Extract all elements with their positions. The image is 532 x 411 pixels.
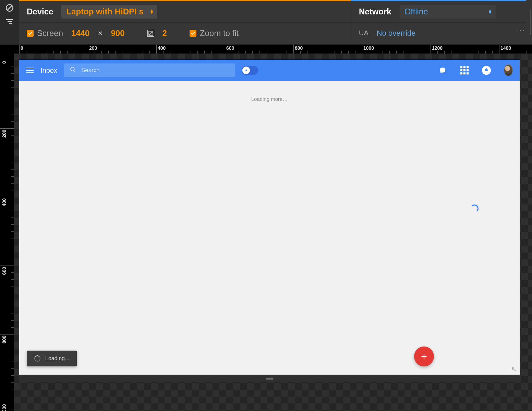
screen-height[interactable]: 900 xyxy=(111,28,124,38)
screen-checkbox[interactable] xyxy=(27,30,34,37)
horizontal-ruler: 0200400600800100012001400 xyxy=(14,45,532,54)
compose-fab[interactable]: + xyxy=(414,347,434,366)
ua-label: UA xyxy=(359,29,368,37)
svg-rect-3 xyxy=(8,21,12,22)
panel-drag-handle[interactable] xyxy=(526,0,532,44)
filter-icon[interactable] xyxy=(5,19,14,25)
device-viewport: Inbox xyxy=(14,54,532,411)
ua-value[interactable]: No override xyxy=(377,29,416,38)
ruler-tick-label: 600 xyxy=(226,45,234,51)
loading-more-label: Loading more… xyxy=(19,81,520,102)
dpr-icon[interactable] xyxy=(147,30,154,37)
select-arrows-icon: ▲▼ xyxy=(150,9,154,14)
vertical-ruler: 02004006008001000 xyxy=(0,45,14,411)
x-separator: × xyxy=(98,28,102,38)
loading-toast: Loading... xyxy=(27,351,77,366)
emulated-page: Inbox xyxy=(19,60,520,375)
spinner-icon xyxy=(34,355,40,362)
zoom-label: Zoom to fit xyxy=(200,28,239,38)
pin-icon xyxy=(242,67,250,74)
apps-icon[interactable] xyxy=(460,66,469,75)
inbox-body: Loading more… Loading... + ↖ xyxy=(19,81,520,375)
no-entry-icon[interactable] xyxy=(5,3,14,12)
svg-rect-2 xyxy=(6,19,13,20)
search-box[interactable] xyxy=(64,63,235,77)
ruler-tick-label: 0 xyxy=(1,61,7,64)
plus-icon: + xyxy=(421,351,427,362)
app-title: Inbox xyxy=(40,67,57,74)
svg-rect-4 xyxy=(9,23,12,24)
loading-toast-label: Loading... xyxy=(45,355,69,362)
network-pane: Network Offline ▲▼ UA No override xyxy=(351,0,526,44)
ruler-tick-label: 1400 xyxy=(500,45,511,51)
zoom-checkbox-wrap: Zoom to fit xyxy=(190,28,239,38)
spinner-icon xyxy=(470,204,479,213)
network-label: Network xyxy=(359,7,391,16)
device-select-value: Laptop with HiDPI s xyxy=(66,7,143,16)
account-avatar[interactable] xyxy=(504,66,513,75)
search-icon xyxy=(70,66,76,74)
drag-handle-icon xyxy=(530,10,531,35)
network-select[interactable]: Offline ▲▼ xyxy=(400,5,496,19)
inbox-header: Inbox xyxy=(19,60,520,81)
network-select-value: Offline xyxy=(404,7,428,16)
ruler-tick-label: 0 xyxy=(21,45,23,51)
ruler-tick-label: 400 xyxy=(1,198,7,206)
svg-point-6 xyxy=(71,67,74,71)
ruler-tick-label: 1000 xyxy=(363,45,374,51)
select-arrows-icon: ▲▼ xyxy=(488,9,492,14)
screen-label: Screen xyxy=(37,28,63,38)
resize-handle-icon[interactable]: ↖ xyxy=(511,365,517,373)
screen-checkbox-wrap: Screen xyxy=(27,28,63,38)
ruler-tick-label: 800 xyxy=(1,336,7,343)
ruler-tick-label: 200 xyxy=(1,130,7,138)
device-pane: Device Laptop with HiDPI s ▲▼ Screen 144… xyxy=(19,0,351,44)
drag-lines-icon xyxy=(266,377,273,380)
ruler-tick-label: 600 xyxy=(1,267,7,275)
device-select[interactable]: Laptop with HiDPI s ▲▼ xyxy=(61,5,157,19)
search-input[interactable] xyxy=(81,67,230,74)
pin-toggle[interactable] xyxy=(242,66,258,75)
svg-line-1 xyxy=(8,6,12,10)
overflow-menu-icon[interactable]: ... xyxy=(517,24,525,33)
dpr-value[interactable]: 2 xyxy=(162,28,167,38)
ruler-tick-label: 1000 xyxy=(1,404,7,411)
ruler-tick-label: 800 xyxy=(295,45,303,51)
notifications-icon[interactable] xyxy=(482,66,491,75)
avatar-icon xyxy=(504,64,513,76)
chat-icon[interactable] xyxy=(438,66,447,75)
zoom-checkbox[interactable] xyxy=(190,30,196,37)
svg-line-7 xyxy=(74,71,75,72)
ruler-tick-label: 400 xyxy=(158,45,166,51)
ruler-tick-label: 200 xyxy=(89,45,97,51)
devtools-side-icons xyxy=(0,0,19,44)
device-label: Device xyxy=(27,7,53,16)
screen-width[interactable]: 1440 xyxy=(71,28,89,38)
bottom-drag-handle[interactable] xyxy=(19,375,520,382)
devtools-toolbar: Device Laptop with HiDPI s ▲▼ Screen 144… xyxy=(0,0,532,45)
ruler-tick-label: 1200 xyxy=(432,45,443,51)
hamburger-icon[interactable] xyxy=(26,68,34,73)
